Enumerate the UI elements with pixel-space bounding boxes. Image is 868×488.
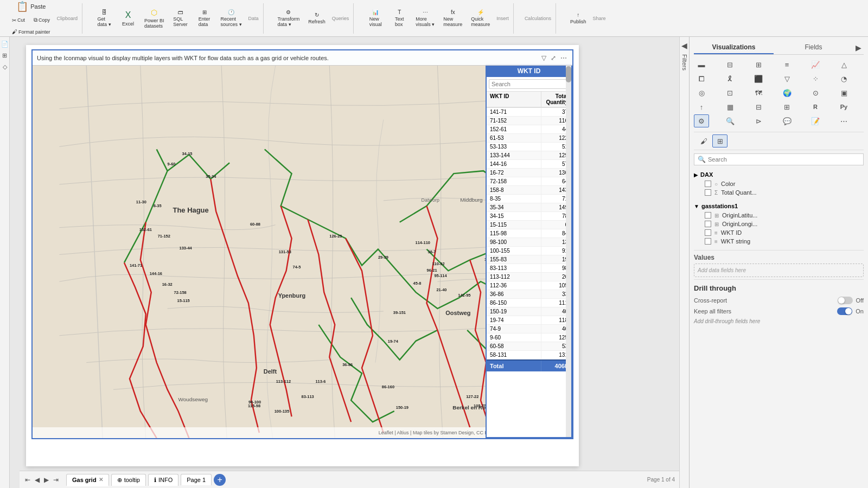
report-view-icon[interactable]: 📄 [0,39,10,49]
viz-smart-narrative[interactable]: 📝 [808,114,823,127]
excel-button[interactable]: X Excel [117,6,139,31]
tab-visualizations[interactable]: Visualizations [694,41,774,54]
viz-python[interactable]: Py [837,100,852,113]
table-row[interactable]: 150-1940 [487,307,571,316]
copy-button[interactable]: ⧉ Copy [30,15,53,25]
table-row[interactable]: 16-72136 [487,169,571,177]
enter-data-button[interactable]: ⊞ Enterdata [194,6,215,31]
table-row[interactable]: 158-8143 [487,186,571,195]
viz-map[interactable]: 🗺 [751,86,766,99]
table-row[interactable]: 141-7137 [487,108,571,117]
table-row[interactable]: 83-11398 [487,264,571,273]
table-row[interactable]: 60-5853 [487,342,571,351]
viz-scatter[interactable]: ⁘ [808,72,823,85]
table-row[interactable]: 61-53122 [487,134,571,143]
model-view-icon[interactable]: ◇ [1,62,9,72]
viz-stacked-area[interactable]: ⧠ [694,72,709,85]
wkt-search-input[interactable] [489,79,569,89]
data-view-icon[interactable]: ⊞ [1,50,9,61]
viz-more[interactable]: ⋯ [837,114,852,127]
viz-line-chart[interactable]: 📈 [808,58,823,71]
table-row[interactable]: 86-150111 [487,299,571,307]
quick-measure-button[interactable]: ⚡ Quickmeasure [468,7,493,29]
table-row[interactable]: 15-1156 [487,221,571,229]
table-row[interactable]: 155-8319 [487,255,571,264]
wkt-scrollbar[interactable] [566,92,571,437]
keep-filters-toggle[interactable]: On [837,307,864,315]
powerbi-datasets-button[interactable]: ⬡ Power BIdatasets [141,6,168,31]
cross-report-track[interactable] [838,297,853,304]
viz-bar-chart[interactable]: ▬ [694,58,709,71]
viz-pie[interactable]: ◔ [837,72,852,85]
field-color[interactable]: ○ Color [703,179,864,188]
field-wkt-id-checkbox[interactable] [705,229,711,236]
dax-header[interactable]: ▶ DAX [694,170,864,179]
viz-decomp-tree[interactable]: ⊳ [751,114,766,127]
field-origin-lat-checkbox[interactable] [705,212,711,219]
viz-matrix[interactable]: ⊞ [780,100,795,113]
viz-format-icon[interactable]: 🖌 [696,134,711,147]
textbox-button[interactable]: T Textbox [388,7,410,29]
get-data-button[interactable]: 🗄 Getdata ▾ [93,6,115,31]
table-row[interactable]: 8-3571 [487,195,571,203]
keep-filters-track[interactable] [837,307,852,315]
filter-toggle-icon[interactable]: ◀ [681,41,687,50]
viz-slicer[interactable]: ▦ [723,100,738,113]
tab-tooltip[interactable]: ⊕ tooltip [111,474,146,486]
field-color-checkbox[interactable] [705,181,711,187]
recent-sources-button[interactable]: 🕐 Recentsources ▾ [218,6,245,31]
publish-button[interactable]: ↑ Publish [567,10,590,27]
more-options-icon[interactable]: ⋯ [559,53,568,63]
viz-table[interactable]: ⊟ [751,100,766,113]
table-row[interactable]: 74-946 [487,325,571,333]
viz-gauge[interactable]: ⊙ [808,86,823,99]
nav-last[interactable]: ⇥ [52,475,60,485]
table-row[interactable]: 71-152116 [487,117,571,125]
table-row[interactable]: 72-15864 [487,177,571,186]
nav-first[interactable]: ⇤ [24,475,31,485]
tab-gas-grid[interactable]: Gas grid ✕ [66,474,109,486]
more-visuals-button[interactable]: ⋯ Morevisuals ▾ [412,7,438,29]
table-row[interactable]: 98-10013 [487,238,571,247]
add-page-button[interactable]: + [214,474,226,486]
gasstations-header[interactable]: ▼ gasstations1 [694,201,864,211]
panel-expand-icon[interactable]: ▶ [853,41,864,54]
table-row[interactable]: 115-9884 [487,229,571,238]
new-measure-button[interactable]: fx Newmeasure [440,7,465,29]
table-row[interactable]: 53-13351 [487,143,571,151]
viz-filled-map[interactable]: 🌍 [780,86,795,99]
filter-icon[interactable]: ▽ [540,53,547,63]
nav-prev[interactable]: ◀ [34,475,41,485]
table-row[interactable]: 152-6144 [487,125,571,134]
table-row[interactable]: 19-74118 [487,316,571,325]
wkt-search-button[interactable]: 🔍 [571,79,572,89]
field-total-quant[interactable]: Σ Total Quant... [703,188,864,197]
table-row[interactable]: 112-36105 [487,281,571,290]
focus-icon[interactable]: ⤢ [550,53,557,63]
viz-kpi[interactable]: ↑ [694,100,709,113]
viz-tree-map[interactable]: ⊡ [723,86,738,99]
format-painter-button[interactable]: 🖌 Format painter [9,27,54,37]
tab-page1[interactable]: Page 1 [181,474,212,485]
viz-waterfall[interactable]: ⬛ [751,72,766,85]
field-origin-long-checkbox[interactable] [705,221,711,227]
table-row[interactable]: 35-34149 [487,203,571,212]
tab-gas-grid-close[interactable]: ✕ [99,477,103,483]
viz-r-visual[interactable]: R [808,100,823,113]
sql-server-button[interactable]: 🗃 SQLServer [170,6,192,31]
viz-card[interactable]: ▣ [837,86,852,99]
transform-data-button[interactable]: ⚙ Transformdata ▾ [275,7,303,29]
field-origin-lat[interactable]: ⊞ OriginLatitu... [703,211,864,220]
viz-funnel[interactable]: ▽ [780,72,795,85]
viz-analytics-icon[interactable]: ⊞ [712,134,727,147]
nav-next[interactable]: ▶ [43,475,50,485]
table-row[interactable]: 144-1657 [487,160,571,169]
viz-100-bar[interactable]: ≡ [780,58,795,71]
table-row[interactable]: 34-1578 [487,212,571,221]
field-total-quant-checkbox[interactable] [705,189,711,196]
viz-stacked-bar[interactable]: ⊟ [723,58,738,71]
table-row[interactable]: 100-15591 [487,247,571,255]
viz-area-chart[interactable]: △ [837,58,852,71]
new-visual-button[interactable]: 📊 Newvisual [365,7,386,29]
cross-report-toggle[interactable]: Off [838,297,864,304]
